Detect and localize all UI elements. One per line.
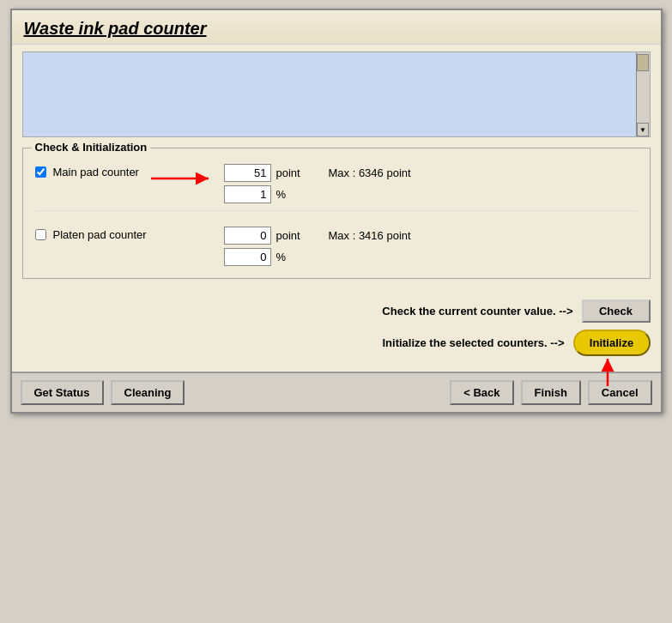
main-arrow-indicator: [147, 166, 215, 194]
scrollbar[interactable]: ▼: [636, 52, 650, 136]
platen-pad-label: Platen pad counter: [53, 228, 147, 241]
main-pct-row: %: [224, 185, 411, 203]
check-action-row: Check the current counter value. --> Che…: [22, 299, 651, 323]
main-point-unit: point: [276, 166, 306, 179]
check-action-text: Check the current counter value. -->: [382, 305, 572, 318]
actions-area: Check the current counter value. --> Che…: [12, 299, 661, 372]
main-pad-checkbox[interactable]: [35, 166, 46, 178]
section-label: Check & Initialization: [32, 141, 151, 154]
platen-point-unit: point: [276, 229, 306, 242]
check-button[interactable]: Check: [582, 299, 651, 323]
platen-pct-input[interactable]: [224, 248, 271, 266]
bottom-bar: Get Status Cleaning < Back Finish Cancel: [12, 372, 661, 412]
get-status-button[interactable]: Get Status: [21, 380, 104, 405]
main-arrow-svg: [147, 166, 215, 191]
platen-pad-row: Platen pad counter point Max : 3416 poin…: [35, 220, 638, 266]
scrollbar-arrow-down[interactable]: ▼: [637, 123, 649, 136]
scrollbar-thumb[interactable]: [637, 54, 649, 71]
main-pad-values: point Max : 6346 point %: [224, 164, 411, 203]
platen-pct-unit: %: [276, 251, 306, 263]
init-action-row: Initialize the selected counters. --> In…: [22, 330, 651, 356]
platen-pad-checkbox-label: Platen pad counter: [35, 227, 207, 241]
main-pad-label: Main pad counter: [53, 166, 139, 178]
cancel-button[interactable]: Cancel: [588, 380, 652, 405]
main-pad-row: Main pad counter: [35, 157, 638, 211]
init-action-text: Initialize the selected counters. -->: [382, 336, 564, 349]
back-button[interactable]: < Back: [450, 380, 513, 405]
log-area: ▼: [22, 51, 651, 137]
main-pct-input[interactable]: [224, 185, 271, 203]
platen-pct-row: %: [224, 248, 411, 266]
platen-point-input[interactable]: [224, 227, 271, 245]
main-point-row: point Max : 6346 point: [224, 164, 411, 182]
content-area: ▼ Check & Initialization Main pad counte…: [12, 45, 661, 299]
init-btn-wrapper: Initialize: [573, 330, 651, 356]
platen-max-label: Max : 3416 point: [329, 229, 411, 242]
main-pct-unit: %: [276, 188, 306, 201]
main-point-input[interactable]: [224, 164, 271, 182]
window-title: Waste ink pad counter: [24, 19, 649, 39]
finish-button[interactable]: Finish: [521, 380, 581, 405]
cleaning-button[interactable]: Cleaning: [111, 380, 185, 405]
platen-pad-checkbox[interactable]: [35, 229, 46, 240]
platen-point-row: point Max : 3416 point: [224, 227, 411, 245]
initialize-button[interactable]: Initialize: [573, 330, 651, 356]
title-bar: Waste ink pad counter: [12, 10, 661, 45]
platen-pad-values: point Max : 3416 point %: [224, 227, 411, 266]
main-max-label: Max : 6346 point: [329, 166, 411, 179]
check-init-section: Check & Initialization Main pad counter: [22, 148, 651, 279]
main-window: Waste ink pad counter ▼ Check & Initiali…: [10, 9, 663, 414]
